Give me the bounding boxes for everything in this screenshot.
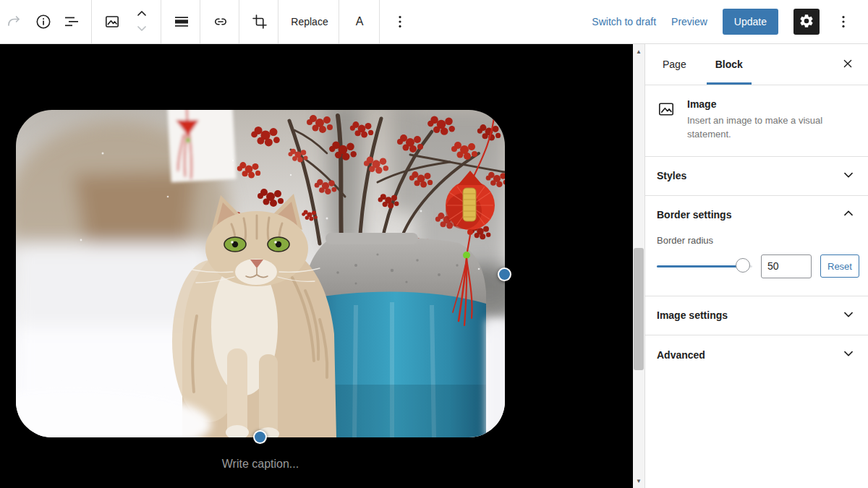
block-card-title: Image — [687, 98, 846, 110]
border-radius-input[interactable] — [761, 254, 812, 278]
move-down-button[interactable] — [127, 22, 156, 38]
editor-actions: Switch to draft Preview Update — [592, 0, 868, 43]
update-button[interactable]: Update — [723, 9, 778, 35]
panel-border-settings-header[interactable]: Border settings — [645, 196, 868, 234]
border-radius-slider-fill — [657, 265, 743, 267]
block-toolbar: Replace A — [0, 0, 414, 43]
border-settings-body: Border radius Reset — [645, 234, 868, 296]
tab-page[interactable]: Page — [648, 44, 701, 85]
list-view-icon — [63, 13, 80, 30]
panel-border-settings-label: Border settings — [657, 209, 731, 221]
scrollbar-up-arrow-icon[interactable]: ▲ — [633, 46, 644, 57]
block-mover — [127, 0, 157, 43]
sidebar-tabs: Page Block — [645, 44, 868, 85]
crop-icon — [251, 13, 268, 30]
list-view-button[interactable] — [58, 0, 85, 43]
block-options-button[interactable] — [386, 0, 414, 43]
block-card-text: Image Insert an image to make a visual s… — [687, 98, 846, 142]
border-radius-reset-button[interactable]: Reset — [820, 254, 859, 278]
border-radius-control: Reset — [657, 254, 856, 278]
panel-image-settings-label: Image settings — [657, 309, 728, 321]
info-icon — [35, 13, 52, 30]
details-button[interactable] — [29, 0, 58, 43]
link-button[interactable] — [206, 0, 235, 43]
align-button[interactable] — [167, 0, 196, 43]
canvas-scrollbar[interactable]: ▲ ▼ — [633, 44, 644, 488]
align-icon — [173, 13, 190, 30]
editor-topbar: Replace A Switch to draft Preview Update — [0, 0, 868, 44]
resize-handle-bottom[interactable] — [255, 432, 265, 442]
toolbar-separator — [278, 0, 278, 43]
chevron-down-icon — [841, 167, 856, 185]
gear-icon — [799, 13, 814, 31]
scrollbar-thumb[interactable] — [634, 248, 644, 370]
panel-border-settings: Border settings Border radius Reset — [645, 196, 868, 296]
chevron-down-icon — [841, 307, 856, 325]
panel-advanced-label: Advanced — [657, 349, 705, 361]
redo-icon — [6, 13, 23, 30]
settings-sidebar: Page Block Image Insert an image to make… — [644, 44, 868, 488]
toolbar-separator — [379, 0, 380, 43]
toolbar-separator — [91, 0, 92, 43]
redo-button[interactable] — [0, 0, 29, 43]
link-icon — [212, 13, 229, 30]
chevron-down-icon — [135, 27, 149, 38]
block-card-description: Insert an image to make a visual stateme… — [687, 114, 846, 142]
block-card: Image Insert an image to make a visual s… — [645, 85, 868, 157]
selected-image-block[interactable] — [16, 110, 505, 437]
border-radius-label: Border radius — [657, 235, 856, 246]
close-icon — [841, 56, 855, 73]
caption-placeholder[interactable]: Write caption... — [16, 458, 505, 471]
replace-button[interactable]: Replace — [284, 0, 335, 43]
switch-to-draft-link[interactable]: Switch to draft — [592, 16, 656, 27]
toolbar-separator — [200, 0, 200, 43]
toolbar-separator — [239, 0, 239, 43]
chevron-up-icon — [135, 11, 149, 22]
image-block-button[interactable] — [98, 0, 127, 43]
close-sidebar-button[interactable] — [835, 51, 861, 77]
border-radius-slider-thumb[interactable] — [736, 258, 750, 273]
panel-styles-label: Styles — [657, 170, 686, 181]
image-block-icon — [657, 100, 676, 142]
options-menu-button[interactable] — [835, 9, 852, 35]
gutenberg-editor: Replace A Switch to draft Preview Update — [0, 0, 868, 488]
tab-block[interactable]: Block — [701, 44, 757, 85]
border-radius-slider[interactable] — [657, 258, 752, 274]
ellipsis-vertical-icon — [391, 13, 409, 30]
toolbar-separator — [161, 0, 161, 43]
panel-advanced[interactable]: Advanced — [645, 335, 868, 374]
editor-canvas: Write caption... — [0, 44, 633, 488]
settings-toggle-button[interactable] — [793, 9, 820, 35]
cat-and-vase-photo — [16, 110, 505, 437]
crop-button[interactable] — [245, 0, 274, 43]
chevron-up-icon — [841, 205, 856, 224]
toolbar-separator — [339, 0, 339, 43]
resize-handle-right[interactable] — [499, 269, 510, 280]
ellipsis-vertical-icon — [835, 13, 852, 30]
preview-link[interactable]: Preview — [671, 16, 707, 27]
panel-image-settings[interactable]: Image settings — [645, 296, 868, 335]
image-block-icon — [103, 13, 121, 30]
chevron-down-icon — [841, 346, 856, 364]
panel-styles[interactable]: Styles — [645, 157, 868, 196]
typography-button[interactable]: A — [345, 0, 374, 43]
move-up-button[interactable] — [127, 6, 156, 22]
scrollbar-down-arrow-icon[interactable]: ▼ — [633, 475, 644, 487]
